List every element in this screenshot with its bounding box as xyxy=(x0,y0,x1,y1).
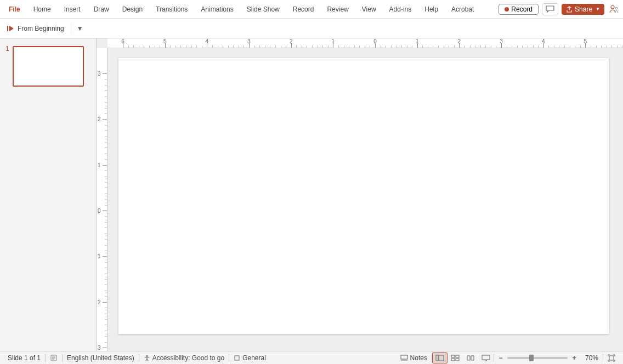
share-icon xyxy=(566,6,573,13)
tab-home[interactable]: Home xyxy=(27,0,58,18)
ruler-v-label: 1 xyxy=(98,162,101,168)
slideshow-icon xyxy=(482,355,490,361)
ruler-h-label: 0 xyxy=(373,38,377,44)
share-button[interactable]: Share ▼ xyxy=(562,4,604,15)
notes-toggle-button[interactable]: Notes xyxy=(396,351,432,364)
tab-animations[interactable]: Animations xyxy=(194,0,240,18)
slide-thumbnails-pane[interactable]: 1 xyxy=(0,38,97,351)
tab-acrobat[interactable]: Acrobat xyxy=(445,0,480,18)
play-from-start-icon xyxy=(7,25,14,32)
tab-view[interactable]: View xyxy=(355,0,383,18)
from-beginning-label: From Beginning xyxy=(18,25,64,32)
spellcheck-icon xyxy=(50,354,58,362)
ruler-h-label: 4 xyxy=(206,38,209,44)
slide-canvas[interactable] xyxy=(118,58,609,334)
title-tabs-bar: File Home Insert Draw Design Transitions… xyxy=(0,0,623,19)
slide-canvas-area[interactable] xyxy=(107,48,623,351)
notes-icon xyxy=(400,355,408,361)
reading-view-icon xyxy=(466,355,475,361)
tab-help[interactable]: Help xyxy=(418,0,445,18)
status-sensitivity[interactable]: General xyxy=(229,351,270,364)
zoom-out-button[interactable]: − xyxy=(496,354,505,362)
person-icon xyxy=(609,4,619,14)
slide-sorter-view-button[interactable] xyxy=(448,352,463,363)
status-bar: Slide 1 of 1 English (United States) Acc… xyxy=(0,351,623,364)
ruler-h-label: 6 xyxy=(121,38,124,44)
svg-rect-12 xyxy=(456,359,459,361)
ruler-h-label: 1 xyxy=(416,38,419,44)
from-beginning-more-button[interactable]: ▼ xyxy=(75,24,86,33)
status-sensitivity-label: General xyxy=(242,354,266,362)
chevron-down-icon: ▼ xyxy=(596,7,600,12)
share-button-label: Share xyxy=(575,5,592,13)
status-spellcheck-button[interactable] xyxy=(46,351,62,364)
ruler-v-label: 1 xyxy=(98,253,101,259)
horizontal-ruler[interactable]: 6543210123456 xyxy=(107,38,623,48)
svg-rect-10 xyxy=(456,355,459,357)
slideshow-view-button[interactable] xyxy=(478,352,494,363)
account-button[interactable] xyxy=(608,3,620,15)
status-accessibility-label: Accessibility: Good to go xyxy=(152,354,224,362)
zoom-in-button[interactable]: + xyxy=(570,354,579,362)
tab-transitions[interactable]: Transitions xyxy=(149,0,194,18)
svg-rect-13 xyxy=(482,355,490,360)
svg-rect-14 xyxy=(609,356,614,360)
tab-draw[interactable]: Draw xyxy=(87,0,116,18)
zoom-controls: − + xyxy=(494,354,581,362)
slide-thumbnail-1[interactable] xyxy=(13,46,84,87)
record-button-label: Record xyxy=(511,5,533,13)
chevron-down-icon: ▼ xyxy=(77,25,83,32)
ruler-h-label: 2 xyxy=(458,38,461,44)
ruler-v-label: 2 xyxy=(98,299,101,305)
svg-rect-2 xyxy=(7,26,8,31)
fit-to-window-button[interactable] xyxy=(603,351,620,364)
zoom-slider[interactable] xyxy=(507,357,568,359)
svg-rect-9 xyxy=(451,355,455,357)
ruler-v-label: 2 xyxy=(98,116,101,122)
comments-button[interactable] xyxy=(542,3,558,15)
editor-area: 6543210123456 3210123 xyxy=(97,38,623,351)
normal-view-button[interactable] xyxy=(432,352,448,363)
ruler-h-label: 3 xyxy=(500,38,503,44)
notes-label: Notes xyxy=(410,354,427,362)
vertical-ruler[interactable]: 3210123 xyxy=(97,48,107,351)
svg-point-0 xyxy=(611,5,614,9)
tab-insert[interactable]: Insert xyxy=(58,0,87,18)
workspace: 1 6543210123456 3210123 xyxy=(0,38,623,351)
tab-add-ins[interactable]: Add-ins xyxy=(383,0,418,18)
ribbon: From Beginning ▼ xyxy=(0,19,623,38)
status-slide-count: Slide 1 of 1 xyxy=(3,351,45,364)
ruler-h-label: 1 xyxy=(332,38,335,44)
tab-review[interactable]: Review xyxy=(320,0,355,18)
svg-point-4 xyxy=(146,355,148,357)
reading-view-button[interactable] xyxy=(463,352,478,363)
svg-rect-11 xyxy=(451,359,455,361)
sorter-view-icon xyxy=(451,355,460,361)
svg-point-1 xyxy=(615,7,618,9)
ruler-h-label: 3 xyxy=(247,38,251,44)
fit-window-icon xyxy=(608,354,615,362)
record-button[interactable]: Record xyxy=(499,4,539,15)
normal-view-icon xyxy=(435,355,444,361)
ruler-v-label: 3 xyxy=(98,71,101,77)
sensitivity-icon xyxy=(234,355,240,361)
comment-icon xyxy=(546,5,554,13)
zoom-percent-button[interactable]: 70% xyxy=(581,351,603,364)
ribbon-divider xyxy=(71,22,71,35)
tab-record[interactable]: Record xyxy=(286,0,321,18)
svg-rect-6 xyxy=(401,355,407,359)
ruler-h-label: 2 xyxy=(290,38,293,44)
zoom-slider-handle[interactable] xyxy=(529,355,534,361)
svg-rect-8 xyxy=(439,355,444,361)
status-accessibility[interactable]: Accessibility: Good to go xyxy=(139,351,229,364)
tab-design[interactable]: Design xyxy=(116,0,149,18)
from-beginning-button[interactable]: From Beginning xyxy=(3,24,67,33)
svg-rect-5 xyxy=(235,356,239,360)
tab-slide-show[interactable]: Slide Show xyxy=(240,0,286,18)
ruler-h-label: 4 xyxy=(542,38,545,44)
svg-rect-7 xyxy=(436,355,438,361)
tab-file[interactable]: File xyxy=(2,0,27,18)
accessibility-icon xyxy=(144,355,150,361)
status-language[interactable]: English (United States) xyxy=(63,351,139,364)
ruler-v-label: 3 xyxy=(98,345,101,351)
